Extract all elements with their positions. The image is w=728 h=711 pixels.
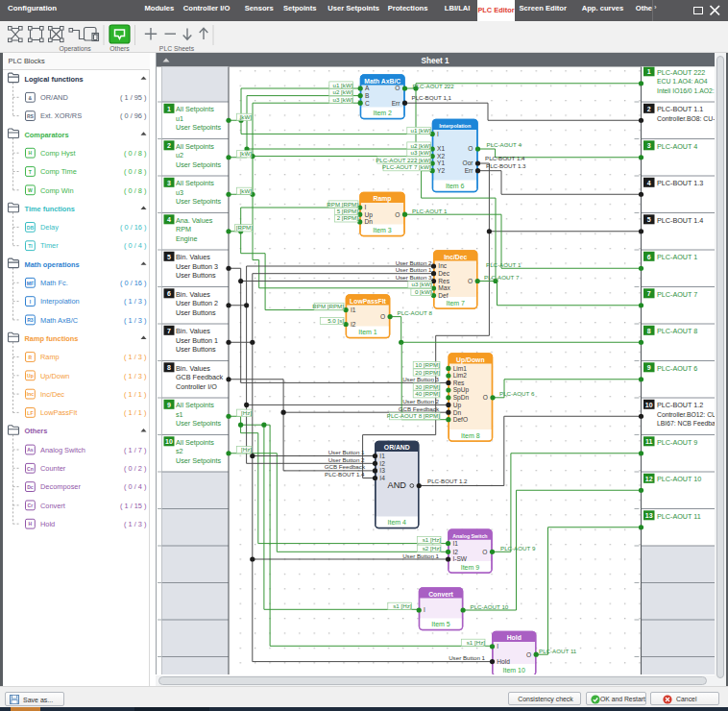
svg-text:PLC-AOUT 222: PLC-AOUT 222	[413, 83, 455, 89]
svg-text:13: 13	[645, 512, 653, 519]
svg-text:O: O	[526, 651, 531, 658]
svg-text:PLC-AOUT 8: PLC-AOUT 8	[657, 327, 697, 335]
svg-text:Logical functions: Logical functions	[25, 75, 84, 84]
svg-text:Up: Up	[27, 373, 34, 379]
svg-text:Hold: Hold	[40, 520, 55, 528]
svg-text:&: &	[29, 95, 33, 101]
svg-text:u2: u2	[176, 151, 183, 159]
svg-text:All Setpoints: All Setpoints	[176, 105, 214, 113]
svg-text:PLC-AOUT 7: PLC-AOUT 7	[657, 290, 697, 299]
svg-text:User Button 2: User Button 2	[328, 456, 365, 463]
svg-text:PLC-AOUT 7 [kW]: PLC-AOUT 7 [kW]	[382, 163, 431, 170]
svg-text:( 1 / 3 ): ( 1 / 3 )	[124, 353, 146, 361]
svg-text:u3 [kW]: u3 [kW]	[412, 281, 432, 287]
svg-text:User Button 1: User Button 1	[449, 654, 485, 661]
svg-text:s2 [Hz]: s2 [Hz]	[423, 545, 442, 552]
svg-text:I-SW: I-SW	[452, 555, 467, 562]
svg-text:User Button 2: User Button 2	[176, 299, 218, 307]
svg-text:8: 8	[167, 364, 171, 371]
svg-text:PLC-AOUT 9: PLC-AOUT 9	[657, 438, 697, 447]
svg-text:u2 [kW]: u2 [kW]	[333, 88, 353, 95]
svg-text:5: 5	[167, 254, 171, 260]
svg-text:User Setpoints: User Setpoints	[176, 456, 222, 465]
svg-text:I2: I2	[351, 321, 356, 328]
svg-text:User Buttons: User Buttons	[176, 345, 216, 354]
svg-text:T: T	[29, 169, 32, 175]
svg-text:Res: Res	[453, 380, 465, 386]
svg-text:10: 10	[645, 402, 653, 408]
svg-text:Cn: Cn	[27, 466, 34, 472]
svg-text:( 1 / 3 ): ( 1 / 3 )	[124, 520, 146, 528]
svg-text:Analog Switch: Analog Switch	[452, 533, 487, 539]
svg-text:6: 6	[167, 290, 171, 297]
svg-text:0 [kW]: 0 [kW]	[415, 288, 432, 295]
svg-text:User Setpoints: User Setpoints	[176, 160, 222, 169]
svg-text:Def: Def	[438, 292, 448, 299]
svg-text:Up/Down: Up/Down	[456, 356, 484, 364]
svg-text:Bin. Values: Bin. Values	[176, 327, 210, 335]
svg-text:( 0 / 2 ): ( 0 / 2 )	[124, 464, 146, 473]
svg-text:Up/Down: Up/Down	[40, 372, 69, 380]
svg-text:O: O	[395, 85, 400, 91]
svg-text:I1: I1	[379, 453, 385, 459]
svg-text:8: 8	[647, 328, 651, 334]
svg-text:Delay: Delay	[40, 223, 59, 232]
svg-text:Item 2: Item 2	[374, 110, 393, 116]
svg-text:20 [RPM]: 20 [RPM]	[415, 369, 440, 376]
svg-text:All Setpoints: All Setpoints	[176, 142, 214, 151]
svg-text:As: As	[27, 447, 34, 453]
svg-text:User Button 1: User Button 1	[402, 552, 439, 559]
svg-text:LowPassFlt: LowPassFlt	[40, 408, 77, 417]
svg-text:Item 1: Item 1	[358, 329, 377, 335]
svg-text:u3 [kW]: u3 [kW]	[411, 149, 431, 156]
svg-text:I: I	[424, 606, 425, 613]
svg-text:Math AxB/C: Math AxB/C	[40, 316, 79, 325]
svg-text:Item 7: Item 7	[447, 300, 466, 306]
svg-text:Item 4: Item 4	[388, 519, 407, 526]
svg-text:[kW]: [kW]	[240, 113, 253, 120]
svg-text:Controller I/O: Controller I/O	[176, 382, 217, 391]
svg-text:PLC-AOUT 1: PLC-AOUT 1	[657, 253, 697, 261]
svg-text:30 [RPM]: 30 [RPM]	[415, 383, 440, 390]
svg-text:X2: X2	[437, 153, 445, 159]
svg-text:OR/AND: OR/AND	[40, 93, 68, 102]
svg-text:I: I	[365, 204, 367, 210]
svg-text:PLC-AOUT 6: PLC-AOUT 6	[499, 390, 535, 397]
svg-text:12: 12	[645, 476, 653, 482]
svg-text:10 [RPM]: 10 [RPM]	[415, 361, 440, 368]
svg-text:GCB Feedback: GCB Feedback	[399, 405, 440, 412]
svg-text:R3: R3	[27, 317, 34, 323]
svg-text:Inteli IO16/0 1.AO2:: Inteli IO16/0 1.AO2:	[657, 87, 715, 94]
svg-text:s1: s1	[176, 410, 183, 419]
svg-text:[RPM]: [RPM]	[236, 224, 253, 231]
svg-text:Hold: Hold	[497, 658, 510, 665]
svg-text:RPM [RPM]: RPM [RPM]	[312, 303, 344, 309]
svg-text:Item 6: Item 6	[446, 183, 465, 189]
svg-text:PLC-AOUT 4: PLC-AOUT 4	[657, 142, 697, 151]
svg-text:Comp Hyst: Comp Hyst	[40, 149, 76, 158]
svg-text:I3: I3	[379, 467, 385, 474]
svg-text:[kW]: [kW]	[240, 150, 253, 157]
svg-text:I4: I4	[379, 475, 385, 481]
svg-text:All Setpoints: All Setpoints	[176, 438, 214, 447]
svg-text:Err: Err	[465, 167, 474, 174]
svg-text:O: O	[395, 211, 400, 218]
svg-text:AND: AND	[388, 480, 407, 490]
svg-text:Interpolation: Interpolation	[439, 123, 471, 129]
svg-text:R: R	[29, 355, 33, 360]
svg-text:( 1 / 3 ): ( 1 / 3 )	[124, 297, 146, 306]
svg-text:PLC-AOUT 8: PLC-AOUT 8	[398, 309, 433, 316]
svg-text:2: 2	[647, 106, 651, 112]
svg-text:Inc: Inc	[438, 262, 447, 269]
svg-text:User Setpoints: User Setpoints	[176, 123, 222, 132]
svg-text:s2: s2	[176, 447, 183, 455]
svg-text:( 0 / 4 ): ( 0 / 4 )	[124, 241, 146, 250]
svg-text:( 1 / 3 ): ( 1 / 3 )	[124, 316, 146, 325]
svg-text:PLC-BOUT 1.4: PLC-BOUT 1.4	[485, 155, 525, 161]
svg-text:Ramp: Ramp	[374, 195, 392, 203]
svg-text:PLC-BOUT 1.3: PLC-BOUT 1.3	[486, 162, 526, 169]
svg-text:s1 [Hz]: s1 [Hz]	[467, 639, 486, 646]
svg-text:GCB Feedback: GCB Feedback	[176, 373, 224, 381]
svg-text:B: B	[365, 92, 370, 99]
svg-text:3: 3	[167, 180, 171, 186]
